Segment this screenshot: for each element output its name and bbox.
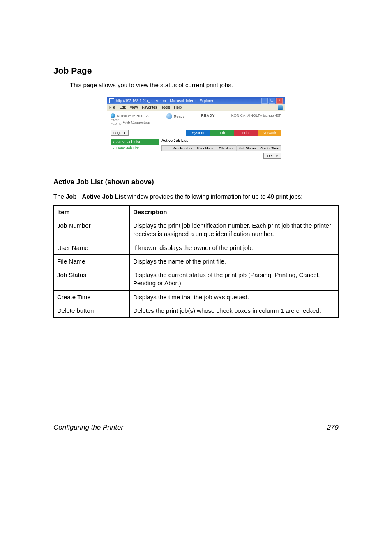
ready-status: READY bbox=[201, 113, 215, 118]
arrow-icon: ▸ bbox=[113, 140, 115, 144]
tab-network[interactable]: Network bbox=[258, 130, 281, 136]
printer-ready-icon bbox=[166, 113, 172, 119]
info-item: File Name bbox=[54, 254, 130, 268]
menu-edit[interactable]: Edit bbox=[120, 105, 126, 110]
menu-help[interactable]: Help bbox=[174, 105, 182, 110]
side-nav: ▸ Active Job List ▸ Done Job List bbox=[111, 139, 159, 158]
tab-system[interactable]: System bbox=[186, 130, 210, 136]
info-item: Create Time bbox=[54, 290, 130, 304]
col-checkbox bbox=[162, 146, 171, 151]
ready-label: Ready bbox=[174, 114, 184, 118]
ie-titlebar: http://192.168.1.2/a_index.html - Micros… bbox=[107, 97, 285, 104]
brand-logo-icon bbox=[111, 113, 115, 118]
table-row: Job Number Displays the print job identi… bbox=[54, 219, 339, 241]
job-table: Job Number User Name File Name Job Statu… bbox=[161, 145, 281, 151]
delete-button[interactable]: Delete bbox=[263, 153, 281, 159]
section-title: Job Page bbox=[53, 66, 339, 76]
app-header: KONICA MINOLTA PAGEPLUTO Web Connection … bbox=[107, 111, 285, 130]
info-item: User Name bbox=[54, 241, 130, 254]
info-desc: Displays the time that the job was queue… bbox=[130, 290, 339, 304]
ie-title-text: http://192.168.1.2/a_index.html - Micros… bbox=[116, 99, 213, 103]
brand-web-connection: Web Connection bbox=[123, 120, 150, 125]
info-desc: If known, displays the owner of the prin… bbox=[130, 241, 339, 254]
table-row: Delete button Deletes the print job(s) w… bbox=[54, 304, 339, 317]
tab-job[interactable]: Job bbox=[210, 130, 234, 136]
sub-section-title: Active Job List (shown above) bbox=[53, 178, 339, 186]
info-table: Item Description Job Number Displays the… bbox=[53, 205, 339, 318]
description-paragraph: The Job - Active Job List window provide… bbox=[53, 192, 339, 201]
maximize-button[interactable]: ▢ bbox=[269, 98, 275, 104]
brand-pluto: PAGEPLUTO bbox=[111, 119, 122, 125]
col-job-status: Job Status bbox=[237, 146, 258, 151]
menu-view[interactable]: View bbox=[130, 105, 138, 110]
brand-name: KONICA MINOLTA bbox=[117, 114, 149, 118]
tab-print[interactable]: Print bbox=[234, 130, 258, 136]
table-row: File Name Displays the name of the print… bbox=[54, 254, 339, 268]
col-file-name: File Name bbox=[217, 146, 237, 151]
table-row: Create Time Displays the time that the j… bbox=[54, 290, 339, 304]
sidebar-item-label: Done Job List bbox=[116, 146, 139, 150]
menu-favorites[interactable]: Favorites bbox=[142, 105, 157, 110]
ie-screenshot: http://192.168.1.2/a_index.html - Micros… bbox=[107, 97, 285, 164]
info-desc: Displays the print job identification nu… bbox=[130, 219, 339, 241]
info-desc: Displays the current status of the print… bbox=[130, 268, 339, 291]
col-job-number: Job Number bbox=[171, 146, 195, 151]
sidebar-item-done-job-list[interactable]: ▸ Done Job List bbox=[111, 145, 159, 151]
menu-tools[interactable]: Tools bbox=[161, 105, 170, 110]
close-button[interactable]: × bbox=[276, 98, 283, 104]
model-name: KONICA MINOLTA bizhub 40P bbox=[231, 113, 281, 118]
desc-bold: Job - Active Job List bbox=[66, 193, 126, 200]
desc-suffix: window provides the following informatio… bbox=[126, 193, 302, 200]
info-header-item: Item bbox=[54, 205, 130, 219]
logout-button[interactable]: Log out bbox=[111, 130, 129, 136]
info-item: Job Status bbox=[54, 268, 130, 291]
table-row: Job Status Displays the current status o… bbox=[54, 268, 339, 291]
tabs-bar: System Job Print Network bbox=[186, 130, 281, 136]
ie-menubar: File Edit View Favorites Tools Help bbox=[107, 104, 285, 111]
footer-divider bbox=[53, 421, 339, 421]
main-panel: Active Job List Job Number User Name Fil… bbox=[161, 139, 281, 158]
page-number: 279 bbox=[327, 423, 339, 432]
info-item: Delete button bbox=[54, 304, 130, 317]
info-desc: Displays the name of the print file. bbox=[130, 254, 339, 268]
footer-title: Configuring the Printer bbox=[53, 423, 123, 432]
panel-title: Active Job List bbox=[161, 139, 281, 143]
intro-text: This page allows you to view the status … bbox=[70, 81, 339, 89]
col-user-name: User Name bbox=[195, 146, 217, 151]
minimize-button[interactable]: _ bbox=[261, 98, 268, 104]
table-row: User Name If known, displays the owner o… bbox=[54, 241, 339, 254]
sidebar-item-label: Active Job List bbox=[116, 140, 140, 144]
arrow-icon: ▸ bbox=[113, 146, 115, 150]
ie-page-icon bbox=[109, 98, 114, 103]
info-item: Job Number bbox=[54, 219, 130, 241]
menu-file[interactable]: File bbox=[109, 105, 115, 110]
col-create-time: Create Time bbox=[258, 146, 281, 151]
desc-prefix: The bbox=[53, 193, 66, 200]
sidebar-item-active-job-list[interactable]: ▸ Active Job List bbox=[111, 139, 159, 145]
info-desc: Deletes the print job(s) whose check box… bbox=[130, 304, 339, 317]
info-header-description: Description bbox=[130, 205, 339, 219]
ie-logo-icon bbox=[278, 105, 283, 110]
